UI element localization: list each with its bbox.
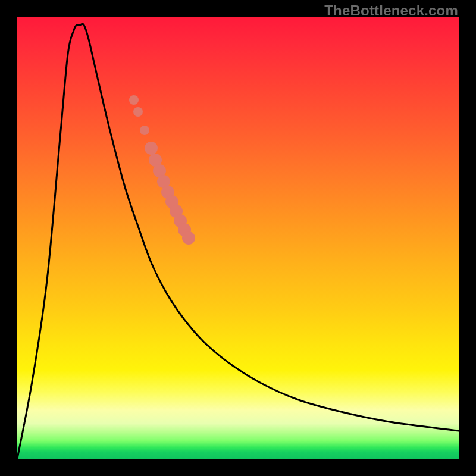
bottleneck-curve bbox=[17, 24, 459, 459]
chart-frame: TheBottleneck.com bbox=[0, 0, 476, 476]
curve-markers bbox=[129, 95, 195, 245]
watermark-text: TheBottleneck.com bbox=[324, 2, 458, 19]
curve-marker bbox=[129, 95, 139, 105]
curve-marker bbox=[145, 142, 158, 155]
curve-marker bbox=[182, 231, 195, 245]
curve-marker bbox=[133, 107, 143, 117]
curve-marker bbox=[140, 126, 149, 135]
chart-svg bbox=[17, 17, 459, 459]
chart-plot-area bbox=[17, 17, 459, 459]
